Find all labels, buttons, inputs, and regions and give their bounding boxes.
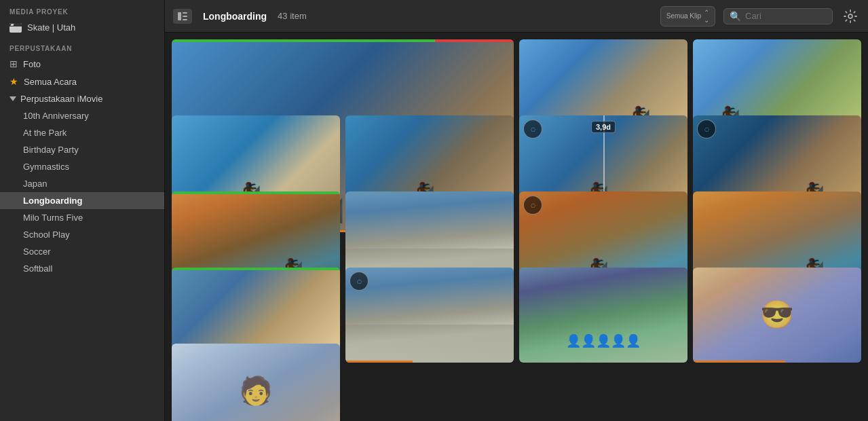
bar-green	[172, 39, 435, 42]
toolbar-count: 43 item	[278, 11, 307, 21]
sidebar-imovie-library[interactable]: Perpustakaan iMovie	[0, 90, 164, 107]
clip-inner-14: 👤👤👤👤👤	[519, 268, 687, 363]
search-icon: 🔍	[730, 11, 741, 22]
sidebar-item-school-play[interactable]: School Play	[0, 226, 164, 243]
clip-bar-top	[172, 191, 340, 194]
clip-badge: ◌	[350, 272, 369, 291]
road-overlay	[345, 325, 514, 363]
bar-green	[172, 268, 340, 270]
clip-filter-label: Semua Klip	[666, 12, 701, 20]
sidebar-item-semua-acara[interactable]: ★ Semua Acara	[0, 73, 164, 90]
search-input[interactable]	[745, 11, 827, 21]
sidebar-item-japan[interactable]: Japan	[0, 175, 164, 192]
gear-icon	[843, 9, 858, 24]
media-proyek-label: MEDIA PROYEK	[0, 0, 164, 18]
clip-thumbnail-16[interactable]: 🧑	[172, 344, 340, 421]
sidebar-item-softball[interactable]: Softball	[0, 260, 164, 277]
sidebar-project-name: Skate | Utah	[27, 22, 75, 33]
clip-inner-16: 🧑	[172, 344, 340, 421]
clip-filter-dropdown[interactable]: Semua Klip ⌃⌄	[660, 6, 715, 26]
clip-thumbnail-14[interactable]: 👤👤👤👤👤	[519, 268, 687, 363]
panel-icon	[177, 11, 188, 22]
toolbar: Longboarding 43 item Semua Klip ⌃⌄ 🔍	[165, 0, 868, 33]
clip-badge: ◌	[523, 120, 542, 139]
clip-bar-top	[172, 268, 340, 270]
toolbar-title: Longboarding	[203, 11, 267, 22]
clip-badge: ◌	[697, 120, 716, 139]
star-icon: ★	[10, 76, 18, 87]
svg-rect-3	[183, 19, 187, 20]
sidebar-project-item[interactable]: Skate | Utah	[0, 18, 164, 37]
sidebar-foto-label: Foto	[23, 59, 41, 69]
sidebar-imovie-lib-label: Perpustakaan iMovie	[20, 94, 102, 104]
sidebar-item-foto[interactable]: ⊞ Foto	[0, 55, 164, 73]
clip-bar-top	[172, 39, 514, 42]
clip-duration: 3,9d	[591, 121, 616, 133]
clip-inner-15: 😎	[693, 268, 861, 363]
svg-rect-0	[178, 12, 181, 20]
bar-green	[172, 191, 340, 194]
chevron-up-down-icon: ⌃⌄	[704, 9, 709, 24]
sidebar-item-birthday-party[interactable]: Birthday Party	[0, 141, 164, 158]
clip-bar-bottom	[345, 361, 413, 363]
face-figure: 😎	[693, 268, 861, 363]
toggle-sidebar-button[interactable]	[173, 9, 192, 24]
sidebar-item-10th-anniversary[interactable]: 10th Anniversary	[0, 107, 164, 124]
bar-red	[435, 39, 514, 42]
svg-point-4	[848, 14, 852, 18]
clip-thumbnail-13[interactable]: ◌	[345, 268, 514, 363]
sidebar-library-items: 10th AnniversaryAt the ParkBirthday Part…	[0, 107, 164, 277]
clapboard-icon	[10, 23, 22, 33]
chevron-down-icon	[10, 96, 16, 101]
sidebar-item-at-the-park[interactable]: At the Park	[0, 124, 164, 141]
grid-icon: ⊞	[10, 58, 18, 69]
search-box: 🔍	[723, 8, 833, 24]
clip-inner-13: ◌	[345, 268, 514, 363]
clip-bar-bottom	[693, 361, 785, 363]
main-content: Longboarding 43 item Semua Klip ⌃⌄ 🔍 🏂🏂🏂…	[165, 0, 868, 421]
sidebar: MEDIA PROYEK Skate | Utah PERPUSTAKAAN ⊞…	[0, 0, 165, 421]
clips-grid: 🏂🏂🏂🏂🏂🏂◌3,9d🏂◌🏂🏂◌🏂◌👤👤👤👤👤😎🧑	[165, 33, 868, 421]
clip-badge: ◌	[523, 196, 542, 215]
perpustakaan-label: PERPUSTAKAAN	[0, 37, 164, 55]
clip-thumbnail-15[interactable]: 😎	[693, 268, 861, 363]
face-figure-2: 🧑	[172, 344, 340, 421]
svg-rect-1	[183, 12, 187, 14]
svg-rect-2	[183, 16, 187, 17]
settings-button[interactable]	[841, 7, 860, 26]
sidebar-semua-acara-label: Semua Acara	[24, 77, 77, 87]
sidebar-item-soccer[interactable]: Soccer	[0, 243, 164, 260]
people-group: 👤👤👤👤👤	[566, 333, 641, 348]
sidebar-item-gymnastics[interactable]: Gymnastics	[0, 158, 164, 175]
sidebar-item-longboarding[interactable]: Longboarding	[0, 192, 164, 209]
sidebar-item-milo-turns-five[interactable]: Milo Turns Five	[0, 209, 164, 226]
